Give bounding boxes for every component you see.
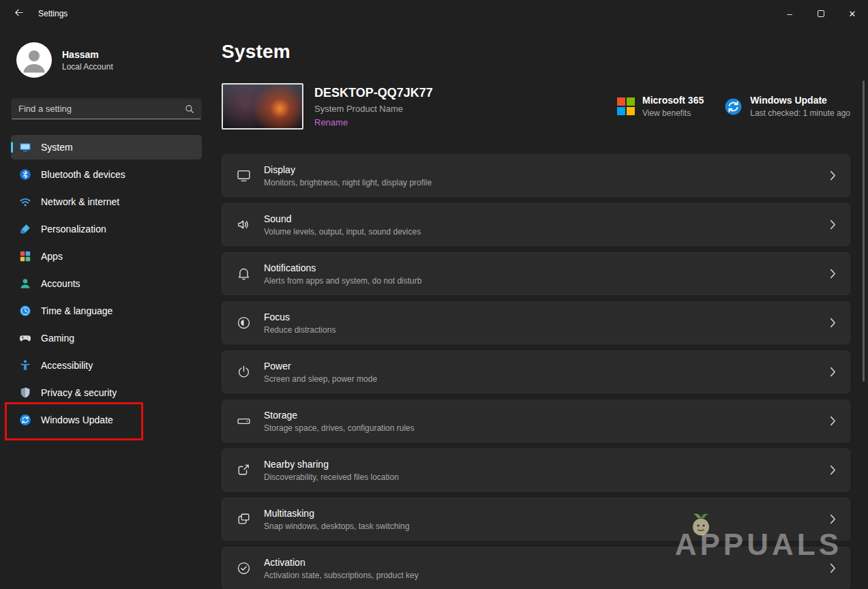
sidebar-item-apps[interactable]: Apps bbox=[11, 244, 202, 269]
window-title: Settings bbox=[38, 9, 68, 18]
card-title: Notifications bbox=[264, 262, 421, 273]
settings-card-notifications[interactable]: Notifications Alerts from apps and syste… bbox=[222, 252, 850, 295]
display-icon bbox=[236, 168, 252, 183]
main-content: System DESKTOP-QQ7JK77 System Product Na… bbox=[222, 27, 850, 589]
sidebar-item-system[interactable]: System bbox=[11, 135, 202, 160]
chevron-right-icon bbox=[830, 318, 836, 328]
maximize-icon bbox=[818, 10, 824, 17]
card-title: Focus bbox=[264, 312, 335, 322]
settings-card-focus[interactable]: Focus Reduce distractions bbox=[222, 301, 850, 344]
network-icon bbox=[19, 196, 31, 208]
search-input[interactable] bbox=[18, 104, 185, 114]
apps-icon bbox=[19, 250, 31, 262]
card-title: Nearby sharing bbox=[264, 459, 399, 470]
settings-card-multitasking[interactable]: Multitasking Snap windows, desktops, tas… bbox=[222, 498, 850, 541]
card-title: Sound bbox=[264, 213, 421, 224]
quick-link-title: Windows Update bbox=[750, 95, 850, 106]
page-title: System bbox=[222, 41, 850, 63]
windows-update-icon bbox=[724, 97, 743, 116]
sidebar-nav: System Bluetooth & devices Network & int… bbox=[0, 135, 213, 432]
sidebar-item-label: Privacy & security bbox=[41, 387, 117, 398]
quick-link-subtitle: Last checked: 1 minute ago bbox=[750, 108, 850, 118]
settings-card-nearby-sharing[interactable]: Nearby sharing Discoverability, received… bbox=[222, 449, 850, 492]
chevron-right-icon bbox=[830, 563, 836, 573]
minimize-icon: – bbox=[787, 9, 792, 19]
avatar bbox=[16, 42, 52, 78]
sidebar-item-bluetooth-devices[interactable]: Bluetooth & devices bbox=[11, 162, 202, 187]
sidebar-item-label: Apps bbox=[41, 251, 63, 262]
rename-link[interactable]: Rename bbox=[314, 117, 433, 127]
sidebar-item-gaming[interactable]: Gaming bbox=[11, 326, 202, 350]
bluetooth-icon bbox=[19, 168, 31, 181]
quick-link-title: Microsoft 365 bbox=[642, 95, 704, 106]
close-button[interactable]: ✕ bbox=[837, 0, 868, 27]
activation-icon bbox=[236, 560, 252, 576]
chevron-right-icon bbox=[830, 367, 836, 377]
sidebar-item-label: Personalization bbox=[41, 224, 106, 235]
gaming-icon bbox=[19, 332, 31, 344]
chevron-right-icon bbox=[830, 465, 836, 475]
sidebar-item-label: System bbox=[41, 142, 73, 153]
sidebar-item-label: Gaming bbox=[41, 333, 74, 344]
card-subtitle: Activation state, subscriptions, product… bbox=[264, 571, 419, 580]
close-icon: ✕ bbox=[849, 9, 856, 19]
focus-icon bbox=[236, 315, 252, 331]
card-subtitle: Alerts from apps and system, do not dist… bbox=[264, 276, 421, 286]
device-wallpaper-thumbnail bbox=[222, 83, 303, 130]
settings-card-activation[interactable]: Activation Activation state, subscriptio… bbox=[222, 547, 850, 589]
privacy-security-icon bbox=[19, 387, 31, 399]
chevron-right-icon bbox=[830, 416, 836, 426]
sidebar-item-windows-update[interactable]: Windows Update bbox=[11, 408, 202, 432]
sidebar-item-label: Accessibility bbox=[41, 360, 93, 371]
time-language-icon bbox=[19, 305, 31, 317]
microsoft-365-block[interactable]: Microsoft 365 View benefits bbox=[617, 95, 704, 118]
vertical-scrollbar[interactable] bbox=[863, 80, 865, 382]
storage-icon bbox=[236, 413, 252, 429]
sidebar-item-time-language[interactable]: Time & language bbox=[11, 299, 202, 323]
sidebar-item-label: Time & language bbox=[41, 305, 113, 316]
back-button[interactable] bbox=[5, 2, 31, 25]
card-subtitle: Discoverability, received files location bbox=[264, 472, 399, 482]
windows-update-status-block[interactable]: Windows Update Last checked: 1 minute ag… bbox=[724, 95, 850, 118]
settings-card-list: Display Monitors, brightness, night ligh… bbox=[222, 154, 850, 589]
device-header: DESKTOP-QQ7JK77 System Product Name Rena… bbox=[222, 83, 850, 130]
system-icon bbox=[19, 141, 31, 153]
card-title: Power bbox=[264, 361, 377, 372]
notifications-icon bbox=[236, 266, 252, 282]
minimize-button[interactable]: – bbox=[774, 0, 805, 27]
chevron-right-icon bbox=[830, 220, 836, 230]
sidebar-item-personalization[interactable]: Personalization bbox=[11, 217, 202, 241]
sidebar-item-privacy-security[interactable]: Privacy & security bbox=[11, 380, 202, 405]
user-account-type: Local Account bbox=[62, 62, 113, 72]
back-arrow-icon bbox=[14, 7, 24, 20]
user-name: Hassam bbox=[62, 49, 113, 60]
settings-card-power[interactable]: Power Screen and sleep, power mode bbox=[222, 350, 850, 393]
nearby-sharing-icon bbox=[236, 462, 252, 478]
sidebar-item-network-internet[interactable]: Network & internet bbox=[11, 190, 202, 214]
chevron-right-icon bbox=[830, 514, 836, 524]
chevron-right-icon bbox=[830, 269, 836, 279]
settings-card-storage[interactable]: Storage Storage space, drives, configura… bbox=[222, 399, 850, 442]
maximize-button[interactable] bbox=[805, 0, 837, 27]
chevron-right-icon bbox=[830, 170, 836, 181]
card-subtitle: Screen and sleep, power mode bbox=[264, 374, 377, 384]
settings-window: { "colors": { "page_background": "#20202… bbox=[0, 0, 868, 589]
card-subtitle: Volume levels, output, input, sound devi… bbox=[264, 227, 421, 237]
sidebar-item-label: Bluetooth & devices bbox=[41, 169, 125, 180]
sidebar: Hassam Local Account System Bluetooth & … bbox=[0, 27, 213, 589]
card-subtitle: Snap windows, desktops, task switching bbox=[264, 522, 409, 531]
user-account-block[interactable]: Hassam Local Account bbox=[0, 27, 213, 78]
windows-update-icon bbox=[19, 414, 31, 426]
accounts-icon bbox=[19, 277, 31, 290]
sound-icon bbox=[236, 217, 252, 232]
search-icon bbox=[185, 104, 194, 114]
settings-card-sound[interactable]: Sound Volume levels, output, input, soun… bbox=[222, 203, 850, 246]
settings-card-display[interactable]: Display Monitors, brightness, night ligh… bbox=[222, 154, 850, 197]
power-icon bbox=[236, 364, 252, 380]
card-title: Display bbox=[264, 164, 432, 175]
search-box[interactable] bbox=[11, 98, 202, 119]
card-title: Activation bbox=[264, 557, 419, 568]
sidebar-item-accessibility[interactable]: Accessibility bbox=[11, 353, 202, 378]
device-product-name: System Product Name bbox=[314, 104, 433, 114]
sidebar-item-accounts[interactable]: Accounts bbox=[11, 271, 202, 296]
